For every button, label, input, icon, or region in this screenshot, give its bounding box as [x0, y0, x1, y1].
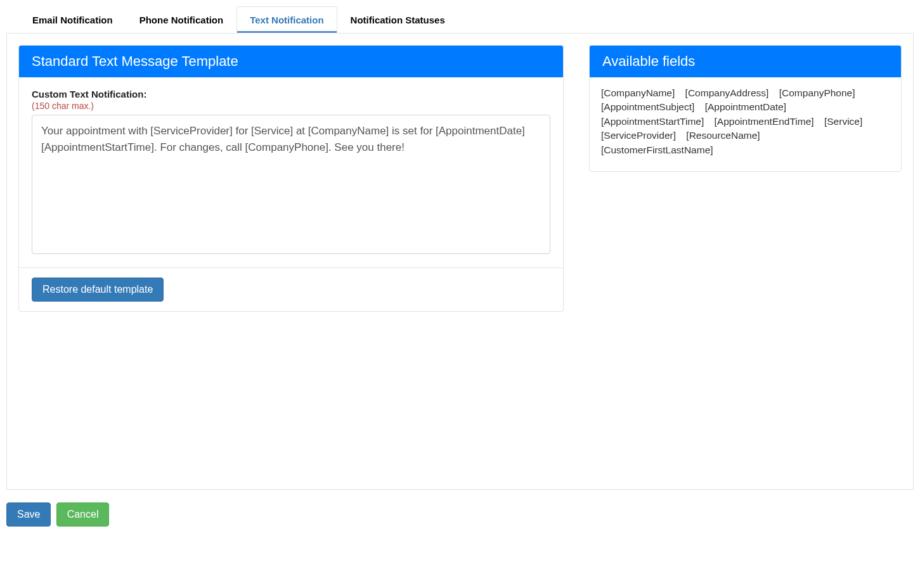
field-service[interactable]: [Service]	[824, 115, 862, 129]
cancel-button[interactable]: Cancel	[56, 502, 110, 527]
field-resource-name[interactable]: [ResourceName]	[686, 129, 760, 143]
restore-default-button[interactable]: Restore default template	[32, 278, 164, 302]
field-company-name[interactable]: [CompanyName]	[601, 86, 675, 100]
tab-phone-notification[interactable]: Phone Notification	[126, 6, 237, 34]
panel-title-side: Available fields	[590, 46, 901, 77]
tab-email-notification[interactable]: Email Notification	[19, 6, 126, 34]
available-fields-panel: Available fields [CompanyName] [CompanyA…	[589, 45, 902, 172]
char-limit-note: (150 char max.)	[32, 101, 550, 111]
field-appointment-end-time[interactable]: [AppointmentEndTime]	[715, 115, 814, 129]
tab-content: Standard Text Message Template Custom Te…	[6, 34, 914, 490]
field-company-phone[interactable]: [CompanyPhone]	[779, 86, 855, 100]
tab-text-notification[interactable]: Text Notification	[236, 6, 337, 34]
footer-buttons: Save Cancel	[6, 502, 914, 527]
field-company-address[interactable]: [CompanyAddress]	[685, 86, 769, 100]
custom-text-textarea[interactable]: Your appointment with [ServiceProvider] …	[32, 115, 550, 254]
save-button[interactable]: Save	[6, 502, 51, 527]
custom-text-label: Custom Text Notification:	[32, 89, 550, 99]
field-appointment-date[interactable]: [AppointmentDate]	[705, 100, 786, 114]
field-service-provider[interactable]: [ServiceProvider]	[601, 129, 676, 143]
field-customer-first-last-name[interactable]: [CustomerFirstLastName]	[601, 143, 713, 157]
available-fields-list: [CompanyName] [CompanyAddress] [CompanyP…	[590, 77, 901, 171]
panel-title-main: Standard Text Message Template	[19, 46, 563, 77]
notification-tabs: Email Notification Phone Notification Te…	[6, 6, 914, 34]
field-appointment-start-time[interactable]: [AppointmentStartTime]	[601, 115, 704, 129]
tab-notification-statuses[interactable]: Notification Statuses	[337, 6, 458, 34]
standard-template-panel: Standard Text Message Template Custom Te…	[18, 45, 564, 312]
field-appointment-subject[interactable]: [AppointmentSubject]	[601, 100, 694, 114]
